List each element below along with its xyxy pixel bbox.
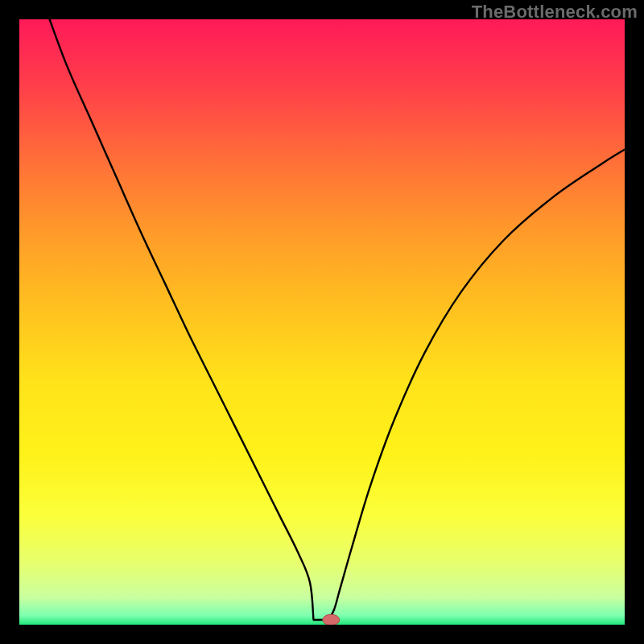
chart-svg [19, 19, 625, 625]
gradient-background [19, 19, 625, 625]
plot-area [19, 19, 625, 625]
watermark-text: TheBottleneck.com [472, 2, 638, 23]
chart-frame: TheBottleneck.com [0, 0, 644, 644]
optimum-marker [323, 614, 340, 625]
